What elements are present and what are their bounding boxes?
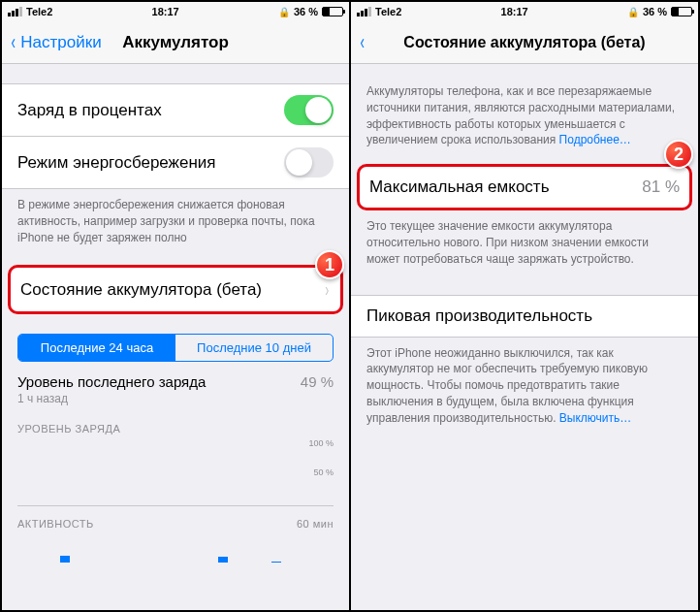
row-peak-performance: Пиковая производительность — [351, 295, 698, 338]
page-title: Аккумулятор — [122, 33, 229, 52]
last-charge-title: Уровень последнего заряда — [17, 373, 206, 390]
row-low-power[interactable]: Режим энергосбережения — [2, 137, 349, 189]
nav-bar: ‹ Настройки Аккумулятор — [2, 21, 349, 64]
chevron-left-icon: ‹ — [11, 30, 15, 55]
chart-battery-level: 100 % 50 % — [17, 438, 334, 506]
row-battery-health[interactable]: Состояние аккумулятора (бета) › 1 — [8, 265, 343, 314]
peak-footer: Этот iPhone неожиданно выключился, так к… — [351, 338, 698, 435]
chart-activity-label: АКТИВНОСТЬ — [17, 518, 94, 530]
seg-10d[interactable]: Последние 10 дней — [175, 335, 333, 361]
battery-pct: 36 % — [643, 6, 667, 17]
carrier: Tele2 — [375, 6, 401, 17]
low-power-footer: В режиме энергосбережения снижается фоно… — [2, 189, 349, 253]
intro-text: Аккумуляторы телефона, как и все перезар… — [351, 64, 698, 156]
battery-icon — [322, 7, 343, 16]
toggle-percentage[interactable] — [284, 95, 334, 125]
seg-24h[interactable]: Последние 24 часа — [18, 335, 175, 361]
annotation-badge-2: 2 — [664, 140, 693, 169]
toggle-low-power[interactable] — [284, 147, 334, 177]
disable-link[interactable]: Выключить… — [559, 411, 631, 425]
row-max-capacity: Максимальная емкость 81 % 2 — [357, 164, 692, 210]
lock-icon: 🔒 — [278, 7, 290, 17]
last-charge-value: 49 % — [301, 373, 334, 390]
signal-icon — [357, 7, 371, 16]
learn-more-link[interactable]: Подробнее… — [559, 133, 631, 146]
nav-bar: ‹ Состояние аккумулятора (бета) — [351, 21, 698, 64]
status-bar: Tele2 18:17 🔒 36 % — [351, 2, 698, 21]
content: Аккумуляторы телефона, как и все перезар… — [351, 64, 698, 610]
battery-pct: 36 % — [294, 6, 318, 17]
chart-activity — [17, 533, 334, 563]
phone-right: Tele2 18:17 🔒 36 % ‹ Состояние аккумулят… — [351, 2, 698, 610]
page-title: Состояние аккумулятора (бета) — [403, 34, 645, 51]
chart-level-label: УРОВЕНЬ ЗАРЯДА — [2, 407, 349, 438]
carrier: Tele2 — [26, 6, 52, 17]
annotation-badge-1: 1 — [315, 250, 344, 279]
status-bar: Tele2 18:17 🔒 36 % — [2, 2, 349, 21]
status-time: 18:17 — [501, 6, 528, 17]
lock-icon: 🔒 — [627, 7, 639, 17]
back-button[interactable]: ‹ — [351, 30, 366, 55]
max-capacity-footer: Это текущее значение емкости аккумулятор… — [351, 210, 698, 274]
last-charge-sub: 1 ч назад — [17, 390, 206, 407]
back-label: Настройки — [20, 33, 101, 52]
segmented-control[interactable]: Последние 24 часа Последние 10 дней — [17, 334, 334, 362]
chevron-left-icon: ‹ — [360, 30, 364, 55]
chevron-right-icon: › — [326, 278, 330, 301]
content: Заряд в процентах Режим энергосбережения… — [2, 64, 349, 610]
back-button[interactable]: ‹ Настройки — [2, 30, 102, 55]
battery-icon — [671, 7, 692, 16]
phone-left: Tele2 18:17 🔒 36 % ‹ Настройки Аккумулят… — [2, 2, 349, 610]
signal-icon — [8, 7, 22, 16]
status-time: 18:17 — [152, 6, 179, 17]
max-capacity-value: 81 % — [642, 177, 680, 197]
row-battery-percentage[interactable]: Заряд в процентах — [2, 83, 349, 137]
